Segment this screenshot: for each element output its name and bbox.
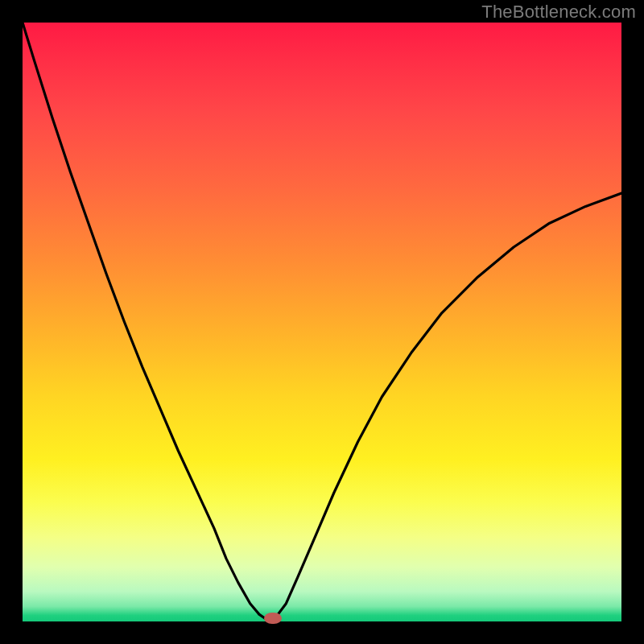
chart-plot-area xyxy=(23,23,621,621)
watermark-text: TheBottleneck.com xyxy=(481,2,636,23)
chart-frame: TheBottleneck.com xyxy=(0,0,644,644)
bottleneck-curve xyxy=(23,23,621,621)
optimal-point-marker xyxy=(264,613,282,624)
